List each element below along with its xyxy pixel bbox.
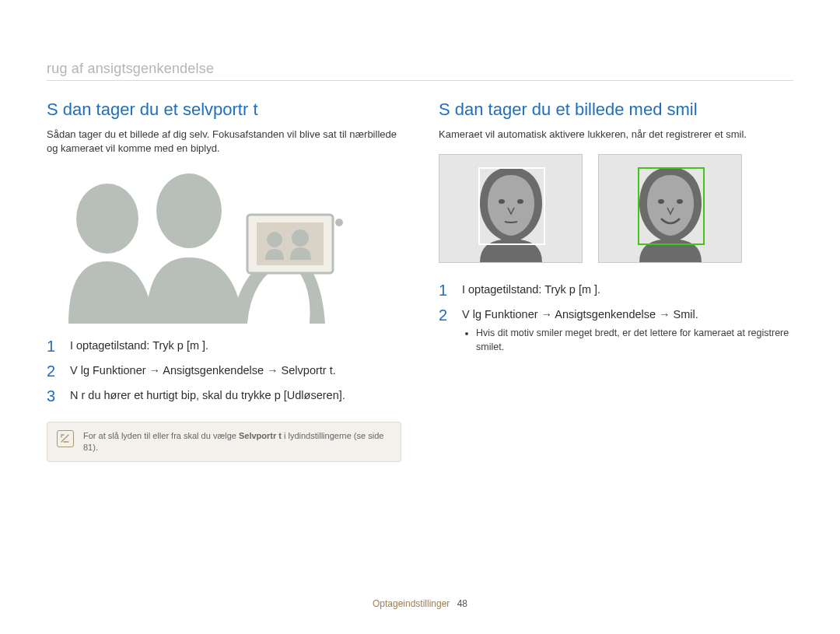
illustration-smile xyxy=(439,154,793,263)
note-icon xyxy=(57,430,74,447)
intro-selfportrait: Sådan tager du et billede af dig selv. F… xyxy=(47,128,401,156)
step-text: N r du hører et hurtigt bip, skal du try… xyxy=(70,387,345,403)
step-row: 3 N r du hører et hurtigt bip, skal du t… xyxy=(47,387,401,405)
detect-box-white xyxy=(478,167,545,245)
heading-selfportrait: S dan tager du et selvportr t xyxy=(47,100,401,120)
svg-point-5 xyxy=(292,229,309,247)
footer-page-number: 48 xyxy=(457,598,467,609)
note-box: For at slå lyden til eller fra skal du v… xyxy=(47,422,401,462)
svg-point-4 xyxy=(267,232,282,247)
section-header: rug af ansigtsgenkendelse xyxy=(47,61,793,81)
step-number: 1 xyxy=(439,282,453,299)
step-number: 1 xyxy=(47,338,61,355)
col-smile: S dan tager du et billede med smil Kamer… xyxy=(439,100,793,462)
steps-smile: 1 I optagetilstand: Tryk p [m ]. 2 V lg … xyxy=(439,282,793,354)
bullet-item: Hvis dit motiv smiler meget bredt, er de… xyxy=(476,327,793,354)
svg-point-6 xyxy=(335,219,343,226)
step-text: I optagetilstand: Tryk p [m ]. xyxy=(462,282,600,297)
page-footer: Optageindstillinger 48 xyxy=(0,598,840,609)
step-number: 2 xyxy=(47,363,61,380)
step-row: 2 V lg Funktioner → Ansigtsgenkendelse →… xyxy=(439,306,793,354)
step-text: V lg Funktioner → Ansigtsgenkendelse → S… xyxy=(70,363,336,378)
note-text: For at slå lyden til eller fra skal du v… xyxy=(83,430,391,454)
step-row: 1 I optagetilstand: Tryk p [m ]. xyxy=(47,338,401,355)
svg-point-0 xyxy=(76,184,138,254)
step-text: I optagetilstand: Tryk p [m ]. xyxy=(70,338,208,353)
face-panel-neutral xyxy=(439,154,583,263)
intro-smile: Kameraet vil automatisk aktivere lukkere… xyxy=(439,128,793,142)
step-number: 2 xyxy=(439,306,453,324)
detect-box-green xyxy=(638,167,705,245)
col-selfportrait: S dan tager du et selvportr t Sådan tage… xyxy=(47,100,401,462)
face-panel-smile xyxy=(598,154,742,263)
steps-selfportrait: 1 I optagetilstand: Tryk p [m ]. 2 V lg … xyxy=(47,338,401,405)
footer-section-label: Optageindstillinger xyxy=(373,598,450,609)
step-row: 1 I optagetilstand: Tryk p [m ]. xyxy=(439,282,793,299)
step-number: 3 xyxy=(47,387,61,405)
step-row: 2 V lg Funktioner → Ansigtsgenkendelse →… xyxy=(47,363,401,380)
svg-point-1 xyxy=(156,173,222,248)
step-text: V lg Funktioner → Ansigtsgenkendelse → S… xyxy=(462,306,793,354)
heading-smile: S dan tager du et billede med smil xyxy=(439,100,793,120)
illustration-selfportrait xyxy=(47,168,401,324)
